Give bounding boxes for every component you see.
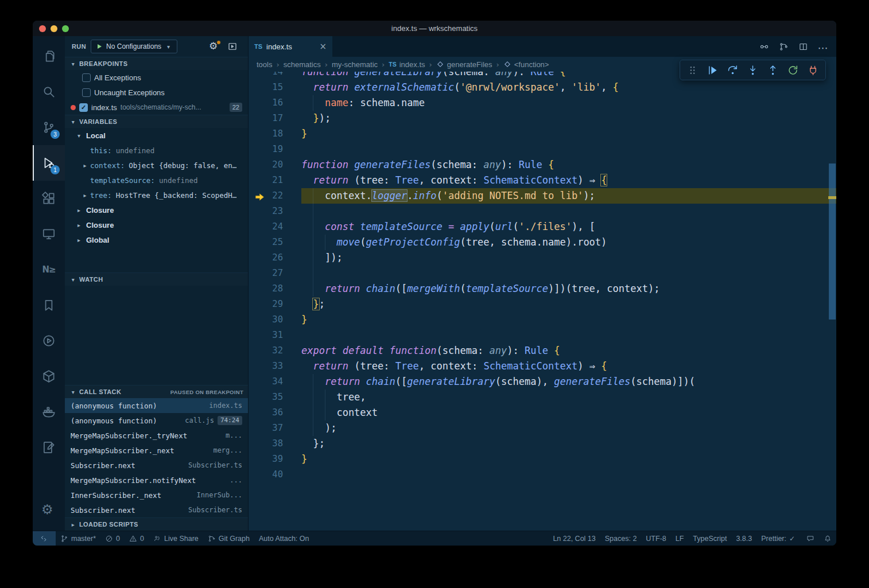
activity-package-explorer[interactable] xyxy=(33,359,65,394)
status-eol[interactable]: LF xyxy=(671,531,689,546)
gutter[interactable]: 40 xyxy=(249,467,301,482)
gutter[interactable]: 24 xyxy=(249,219,301,235)
status-warnings[interactable]: 0 xyxy=(125,531,149,546)
breadcrumb-item[interactable]: schematics xyxy=(284,60,321,69)
gutter[interactable]: 29 xyxy=(249,297,301,312)
call-stack-frame[interactable]: MergeMapSubscriber._tryNextm... xyxy=(65,428,248,443)
breadcrumb-item[interactable]: <function> xyxy=(503,60,549,69)
call-stack-frame[interactable]: Subscriber.nextSubscriber.ts xyxy=(65,503,248,517)
status-prettier[interactable]: Prettier:✓ xyxy=(757,531,802,546)
status-remote-indicator[interactable] xyxy=(33,531,56,546)
call-stack-frame[interactable]: (anonymous function)index.ts xyxy=(65,398,248,413)
gutter[interactable]: 39 xyxy=(249,451,301,467)
gutter[interactable]: 21 xyxy=(249,173,301,188)
gutter[interactable]: 30 xyxy=(249,312,301,328)
configure-launch-button[interactable]: ⚙ xyxy=(208,40,220,53)
debug-disconnect-button[interactable] xyxy=(804,61,823,79)
debug-step-over-button[interactable] xyxy=(723,61,742,79)
call-stack-frame[interactable]: InnerSubscriber._nextInnerSub... xyxy=(65,488,248,503)
status-encoding[interactable]: UTF-8 xyxy=(641,531,670,546)
breakpoints-header[interactable]: ▾ BREAKPOINTS xyxy=(65,57,248,70)
code-line[interactable]: 20function generateFiles(schema: any): R… xyxy=(249,157,836,173)
code-line[interactable]: 28return chain([mergeWith(templateSource… xyxy=(249,281,836,297)
variables-scope-row[interactable]: ▸Closure xyxy=(65,203,248,217)
call-stack-header[interactable]: ▾ CALL STACK PAUSED ON BREAKPOINT xyxy=(65,385,248,398)
editor-scrollbar[interactable] xyxy=(828,72,836,531)
gutter[interactable]: 26 xyxy=(249,250,301,266)
code-line[interactable]: 34return chain([generateLibrary(schema),… xyxy=(249,374,836,390)
code-line[interactable]: 22context.logger.info('adding NOTES.md t… xyxy=(249,188,836,204)
call-stack-frame[interactable]: MergeMapSubscriber.notifyNext... xyxy=(65,473,248,488)
gutter[interactable]: 15 xyxy=(249,80,301,95)
more-actions-button[interactable]: ⋯ xyxy=(814,38,831,54)
status-auto-attach[interactable]: Auto Attach: On xyxy=(254,531,314,546)
split-editor-button[interactable] xyxy=(795,38,811,54)
code-line[interactable]: 27 xyxy=(249,266,836,281)
status-feedback[interactable] xyxy=(802,531,819,546)
status-indentation[interactable]: Spaces: 2 xyxy=(600,531,642,546)
variables-header[interactable]: ▾ VARIABLES xyxy=(65,115,248,128)
activity-manage[interactable]: ⚙ xyxy=(33,493,65,528)
code-line[interactable]: 29}; xyxy=(249,297,836,312)
gutter[interactable]: 32 xyxy=(249,343,301,359)
activity-project-notes[interactable] xyxy=(33,430,65,465)
maximize-window-button[interactable] xyxy=(62,25,69,32)
code-line[interactable]: 21return (tree: Tree, context: Schematic… xyxy=(249,173,836,188)
open-changes-button[interactable] xyxy=(756,38,772,54)
breakpoint-exception-row[interactable]: All Exceptions xyxy=(65,70,248,85)
breadcrumb-item[interactable]: generateFiles xyxy=(436,60,492,69)
code-line[interactable]: 16name: schema.name xyxy=(249,95,836,111)
activity-source-control[interactable]: 3 xyxy=(33,110,65,145)
gutter[interactable]: 14 xyxy=(249,72,301,80)
code-line[interactable]: 15return externalSchematic('@nrwl/worksp… xyxy=(249,80,836,95)
code-line[interactable]: 33return (tree: Tree, context: Schematic… xyxy=(249,359,836,374)
gutter[interactable]: 34 xyxy=(249,374,301,390)
code-line[interactable]: 32export default function(schema: any): … xyxy=(249,343,836,359)
status-notifications[interactable] xyxy=(819,531,836,546)
code-line[interactable]: 35tree, xyxy=(249,390,836,405)
debug-step-into-button[interactable] xyxy=(743,61,762,79)
status-errors[interactable]: 0 xyxy=(100,531,125,546)
checkbox[interactable]: ✓ xyxy=(79,103,88,112)
status-cursor-position[interactable]: Ln 22, Col 13 xyxy=(548,531,600,546)
activity-run-and-debug[interactable]: 1 xyxy=(33,145,65,181)
breadcrumb-item[interactable]: tools xyxy=(257,60,272,69)
tab-index-ts[interactable]: TS index.ts × xyxy=(249,36,332,57)
debug-restart-button[interactable] xyxy=(783,61,802,79)
activity-explorer[interactable] xyxy=(33,38,65,74)
variables-scope-row[interactable]: ▸Global xyxy=(65,232,248,247)
activity-nx-console[interactable]: N≥ xyxy=(33,252,65,287)
gutter[interactable]: 18 xyxy=(249,126,301,142)
launch-configuration-dropdown[interactable]: No Configurations ▾ xyxy=(91,40,177,53)
call-stack-frame[interactable]: MergeMapSubscriber._nextmerg... xyxy=(65,443,248,458)
code-line[interactable]: 26]); xyxy=(249,250,836,266)
call-stack-frame[interactable]: (anonymous function)call.js74:24 xyxy=(65,413,248,428)
code-line[interactable]: 25move(getProjectConfig(tree, schema.nam… xyxy=(249,235,836,250)
code-line[interactable]: 24const templateSource = apply(url('./fi… xyxy=(249,219,836,235)
close-window-button[interactable] xyxy=(39,25,46,32)
code-line[interactable]: 17}); xyxy=(249,111,836,126)
status-git-graph[interactable]: Git Graph xyxy=(203,531,254,546)
debug-continue-button[interactable] xyxy=(703,61,722,79)
checkbox[interactable] xyxy=(82,88,91,97)
code-line[interactable]: 19 xyxy=(249,142,836,157)
code-line[interactable]: 40 xyxy=(249,467,836,482)
gutter[interactable]: 37 xyxy=(249,420,301,436)
code-line[interactable]: 36context xyxy=(249,405,836,420)
activity-browser-preview[interactable] xyxy=(33,323,65,359)
gutter[interactable]: 27 xyxy=(249,266,301,281)
variables-scope-row[interactable]: ▾Local xyxy=(65,128,248,143)
minimize-window-button[interactable] xyxy=(51,25,57,32)
breakpoint-exception-row[interactable]: Uncaught Exceptions xyxy=(65,85,248,100)
gutter[interactable]: 22 xyxy=(249,188,301,204)
activity-bookmarks[interactable] xyxy=(33,287,65,323)
debug-console-button[interactable] xyxy=(226,40,239,53)
gutter[interactable]: 28 xyxy=(249,281,301,297)
gitlens-button[interactable] xyxy=(775,38,792,54)
checkbox[interactable] xyxy=(82,73,91,82)
status-language-mode[interactable]: TypeScript xyxy=(688,531,731,546)
watch-header[interactable]: ▾ WATCH xyxy=(65,272,248,286)
variables-scope-row[interactable]: ▸Closure xyxy=(65,217,248,232)
gutter[interactable]: 17 xyxy=(249,111,301,126)
breadcrumb-item[interactable]: TSindex.ts xyxy=(389,60,425,69)
